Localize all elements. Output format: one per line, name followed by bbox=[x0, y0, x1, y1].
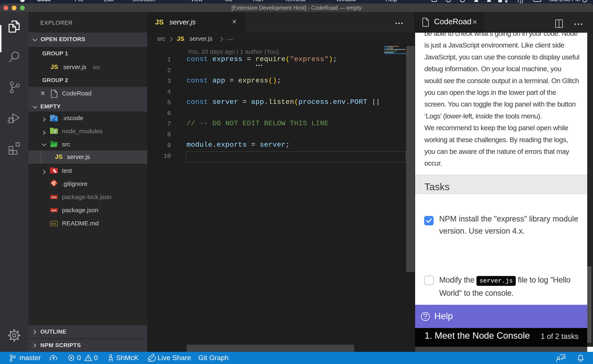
svg-text:M: M bbox=[52, 222, 54, 225]
svg-text:npm: npm bbox=[51, 209, 56, 212]
svg-text:npm: npm bbox=[51, 196, 56, 199]
svg-text:</>: </> bbox=[51, 144, 57, 148]
svg-text:JS: JS bbox=[54, 130, 56, 133]
